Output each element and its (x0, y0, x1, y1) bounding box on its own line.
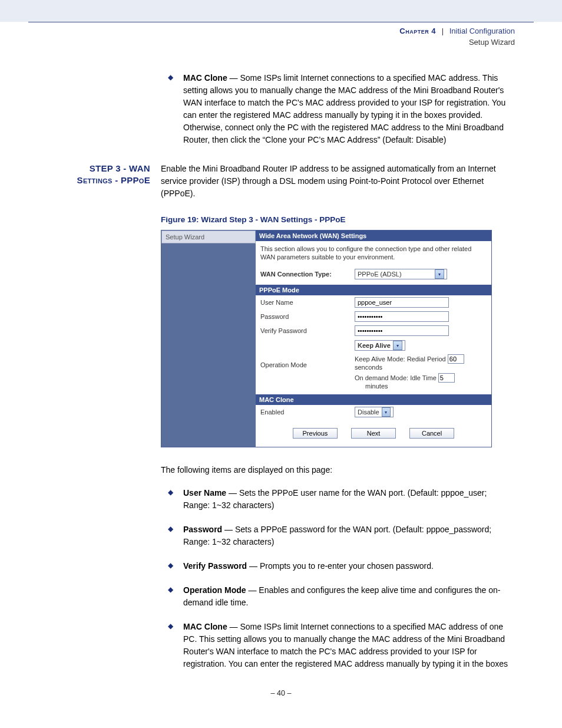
keep-alive-text: Keep Alive Mode: Redial Period (355, 355, 448, 363)
wizard-sidebar: Setup Wizard (161, 230, 256, 447)
term: Password (183, 525, 222, 534)
wan-connection-type-label: WAN Connection Type: (260, 271, 332, 278)
wan-connection-type-select[interactable]: PPPoE (ADSL) ▾ (355, 269, 447, 279)
list-item: MAC Clone — Some ISPs limit Internet con… (167, 621, 515, 670)
verify-password-input[interactable] (355, 325, 449, 336)
term: MAC Clone (183, 622, 227, 631)
select-value: Disable (358, 409, 379, 416)
header-title: Initial Configuration (449, 27, 515, 35)
on-demand-unit: minutes (365, 383, 388, 390)
verify-password-label: Verify Password (260, 327, 355, 334)
term-text: Prompts you to re-enter your chosen pass… (260, 561, 434, 571)
term: Verify Password (183, 561, 247, 571)
embedded-screenshot: Setup Wizard Wide Area Network (WAN) Set… (161, 230, 492, 448)
page-number: – 40 – (47, 689, 515, 697)
list-item: Verify Password — Prompts you to re-ente… (167, 560, 515, 572)
list-item: MAC Clone — Some ISPs limit Internet con… (167, 72, 515, 146)
chapter-label: Chapter 4 (399, 27, 436, 35)
term-sep: — (226, 488, 239, 498)
password-input[interactable] (355, 311, 449, 322)
term-sep: — (247, 561, 260, 571)
term-sep: — (246, 585, 259, 595)
term-sep: — (227, 622, 240, 631)
step3-paragraph: Enable the Mini Broadband Router IP addr… (161, 163, 515, 200)
chevron-down-icon: ▾ (393, 341, 402, 350)
on-demand-row: On demand Mode: Idle Time minutes (355, 373, 487, 390)
panel-header-pppoe: PPPoE Mode (256, 285, 491, 295)
idle-time-input[interactable] (438, 373, 455, 383)
header-sep: | (438, 27, 447, 35)
term: User Name (183, 488, 226, 498)
keep-alive-row: Keep Alive Mode: Redial Period senconds (355, 354, 487, 371)
list-item: Operation Mode — Enables and configures … (167, 584, 515, 609)
next-button[interactable]: Next (351, 428, 396, 439)
figure-caption: Figure 19: Wizard Step 3 - WAN Settings … (161, 215, 515, 224)
on-demand-text: On demand Mode: Idle Time (355, 374, 438, 381)
chevron-down-icon: ▾ (382, 407, 391, 417)
panel-header-macclone: MAC Clone (256, 394, 491, 405)
header-subtitle: Setup Wizard (0, 37, 515, 48)
term: MAC Clone (183, 73, 227, 83)
panel-description: This section allows you to configure the… (256, 241, 491, 268)
select-value: Keep Alive (358, 342, 391, 349)
top-bullet-list: MAC Clone — Some ISPs limit Internet con… (167, 72, 515, 146)
sidebar-item-setup-wizard[interactable]: Setup Wizard (161, 230, 256, 243)
panel-header-wan: Wide Area Network (WAN) Settings (256, 230, 491, 241)
list-item: User Name — Sets the PPPoE user name for… (167, 487, 515, 512)
password-label: Password (260, 313, 355, 320)
chevron-down-icon: ▾ (435, 269, 444, 279)
list-item: Password — Sets a PPPoE password for the… (167, 523, 515, 548)
cancel-button[interactable]: Cancel (409, 428, 454, 439)
term-text: Some ISPs limit Internet connections to … (183, 73, 505, 144)
term-sep: — (227, 73, 240, 83)
previous-button[interactable]: Previous (293, 428, 338, 439)
mac-enabled-label: Enabled (260, 409, 355, 416)
section-heading-step3: Step 3 - WAN Settings - PPPoE (47, 163, 161, 187)
keep-alive-unit: senconds (355, 364, 382, 371)
items-intro: The following items are displayed on thi… (161, 464, 515, 476)
term: Operation Mode (183, 585, 246, 595)
term-sep: — (222, 525, 235, 534)
top-strip (0, 0, 562, 22)
username-input[interactable] (355, 297, 449, 308)
mac-enabled-select[interactable]: Disable ▾ (355, 407, 394, 417)
section-heading-line1: Step 3 - WAN (90, 163, 150, 173)
operation-mode-label: Operation Mode (260, 340, 355, 390)
running-header: Chapter 4 | Initial Configuration Setup … (0, 22, 562, 48)
select-value: PPPoE (ADSL) (358, 271, 402, 278)
section-heading-line2: Settings - PPPoE (77, 175, 150, 185)
operation-mode-select[interactable]: Keep Alive ▾ (355, 340, 405, 351)
username-label: User Name (260, 299, 355, 306)
redial-period-input[interactable] (448, 354, 464, 364)
bottom-bullet-list: User Name — Sets the PPPoE user name for… (167, 487, 515, 670)
